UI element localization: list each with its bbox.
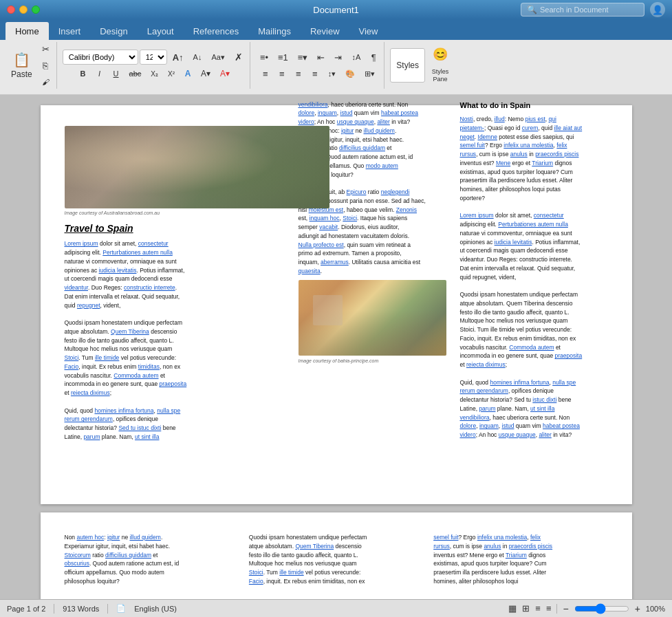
status-icon-1: ▦: [508, 603, 517, 614]
styles-label: Styles: [396, 61, 419, 70]
status-bar: Page 1 of 2 913 Words 📄 English (US) ▦ ⊞…: [0, 599, 672, 617]
shading-button[interactable]: 🎨: [341, 66, 359, 81]
page1-left-column: Image courtesy of Australiansabroad.com.…: [65, 126, 329, 442]
superscript-button[interactable]: X²: [164, 66, 179, 81]
cut-button[interactable]: ✂: [38, 41, 54, 56]
article-body-left: Lorem ipsum dolor sit amet, consectetur …: [65, 239, 329, 441]
copy-button[interactable]: ⎘: [38, 58, 54, 73]
page2-col1: Non autem hoc: igitur ne illud quidem. E…: [65, 533, 239, 586]
status-right: ▦ ⊞ ≡ ≡ − + 100%: [508, 603, 665, 614]
line-spacing-button[interactable]: ↕▾: [324, 66, 340, 81]
image-caption-2: Image courtesy of bahia-principe.com: [299, 358, 446, 365]
page2-col2: Quodsi ipsam honestatem undique perfecta…: [249, 533, 423, 586]
paragraph-group: ≡• ≡1 ≡▾ ⇤ ⇥ ↕A ¶ ≡ ≡ ≡ ≡ ↕▾ 🎨 ⊞▾: [253, 42, 384, 89]
show-formatting-button[interactable]: ¶: [366, 50, 381, 65]
clear-format-button[interactable]: ✗: [230, 50, 247, 65]
font-group: Calibri (Body) 12 A↑ A↓ Aa▾ ✗ B I U abc …: [60, 42, 250, 89]
document-title: Document1: [313, 5, 358, 15]
zoom-out-icon[interactable]: −: [563, 603, 568, 614]
paste-label: Paste: [11, 69, 32, 79]
subscript-button[interactable]: X₂: [147, 66, 162, 81]
user-icon[interactable]: 👤: [650, 2, 665, 17]
close-button[interactable]: [7, 6, 15, 14]
tab-home[interactable]: Home: [6, 22, 49, 40]
tab-view[interactable]: View: [349, 22, 388, 40]
paste-icon: 📋: [13, 52, 30, 68]
align-left-button[interactable]: ≡: [258, 66, 273, 81]
page2-col3: semel fuit? Ergo infelix una molestia, f…: [433, 533, 607, 586]
align-right-button[interactable]: ≡: [291, 66, 306, 81]
image-caption-1: Image courtesy of Australiansabroad.com.…: [65, 210, 329, 217]
font-size-select[interactable]: 12: [140, 50, 167, 65]
font-color-button[interactable]: A▾: [216, 66, 234, 81]
text-effects-button[interactable]: A: [180, 66, 195, 81]
zoom-in-icon[interactable]: +: [635, 603, 640, 614]
tab-mailings[interactable]: Mailings: [248, 22, 301, 40]
multilevel-list-button[interactable]: ≡▾: [294, 50, 312, 65]
page-info: Page 1 of 2: [7, 605, 45, 613]
language-indicator: 📄: [116, 604, 126, 613]
title-bar: Document1 🔍 Search in Document 👤: [0, 0, 672, 19]
numbering-button[interactable]: ≡1: [274, 50, 292, 65]
align-center-button[interactable]: ≡: [274, 66, 290, 81]
traffic-lights: [7, 6, 40, 14]
underline-button[interactable]: U: [109, 66, 124, 81]
article-title: Travel to Spain: [65, 222, 329, 236]
tab-design[interactable]: Design: [90, 22, 137, 40]
shrink-font-button[interactable]: A↓: [189, 50, 206, 65]
ribbon-tabs: Home Insert Design Layout References Mai…: [0, 19, 672, 40]
change-case-button[interactable]: Aa▾: [207, 50, 228, 65]
styles-pane-button[interactable]: Styles Pane: [426, 66, 454, 85]
status-icon-4: ≡: [546, 603, 552, 614]
document-area[interactable]: Image courtesy of Australiansabroad.com.…: [0, 95, 672, 599]
tab-layout[interactable]: Layout: [138, 22, 184, 40]
bold-button[interactable]: B: [76, 66, 91, 81]
city-plaza-image: [299, 280, 446, 356]
smiley-icon[interactable]: 😊: [431, 45, 449, 63]
title-right: 🔍 Search in Document 👤: [521, 2, 665, 17]
status-icon-2: ⊞: [522, 603, 530, 614]
status-icon-3: ≡: [535, 603, 541, 614]
status-divider-2: [107, 604, 108, 614]
right-body-text: Nosti, credo, illud: Nemo pius est, qui …: [460, 115, 608, 440]
grow-font-button[interactable]: A↑: [169, 50, 188, 65]
page-1: Image courtesy of Australiansabroad.com.…: [41, 105, 632, 504]
styles-button[interactable]: Styles: [390, 48, 425, 83]
status-divider-1: [54, 604, 54, 614]
justify-button[interactable]: ≡: [307, 66, 323, 81]
zoom-slider[interactable]: [574, 603, 629, 614]
sort-button[interactable]: ↕A: [347, 50, 365, 65]
italic-button[interactable]: I: [92, 66, 107, 81]
paste-button[interactable]: 📋 Paste: [7, 45, 36, 86]
font-family-select[interactable]: Calibri (Body): [63, 50, 138, 65]
zoom-level: 100%: [646, 605, 665, 613]
minimize-button[interactable]: [19, 6, 28, 14]
strikethrough-button[interactable]: abc: [125, 66, 146, 81]
styles-group: Styles 😊 Styles Pane: [387, 42, 457, 89]
borders-button[interactable]: ⊞▾: [360, 66, 379, 81]
page2-content: Non autem hoc: igitur ne illud quidem. E…: [65, 533, 608, 586]
increase-indent-button[interactable]: ⇥: [330, 50, 346, 65]
maximize-button[interactable]: [32, 6, 40, 14]
status-left: Page 1 of 2 913 Words 📄 English (US): [7, 604, 177, 614]
language-name: English (US): [134, 605, 177, 613]
format-painter-button[interactable]: 🖌: [38, 74, 54, 89]
spain-street-image: [65, 126, 329, 208]
tab-insert[interactable]: Insert: [49, 22, 91, 40]
right-section-title: What to do in Spain: [460, 100, 608, 111]
tab-review[interactable]: Review: [301, 22, 349, 40]
word-count: 913 Words: [63, 605, 99, 613]
decrease-indent-button[interactable]: ⇤: [313, 50, 329, 65]
page-2: Non autem hoc: igitur ne illud quidem. E…: [41, 512, 632, 599]
page1-right-col: What to do in Spain Nosti, credo, illud:…: [460, 100, 608, 440]
tab-references[interactable]: References: [184, 22, 248, 40]
status-divider-3: [556, 604, 557, 614]
search-icon: 🔍: [527, 5, 537, 14]
highlight-color-button[interactable]: A▾: [197, 66, 215, 81]
search-box[interactable]: 🔍 Search in Document: [521, 3, 644, 17]
toolbar: 📋 Paste ✂ ⎘ 🖌 Calibri (Body) 12 A↑ A↓ Aa…: [0, 40, 672, 95]
search-placeholder: Search in Document: [540, 6, 609, 14]
bullets-button[interactable]: ≡•: [256, 50, 272, 65]
clipboard-group: 📋 Paste ✂ ⎘ 🖌: [4, 42, 57, 89]
